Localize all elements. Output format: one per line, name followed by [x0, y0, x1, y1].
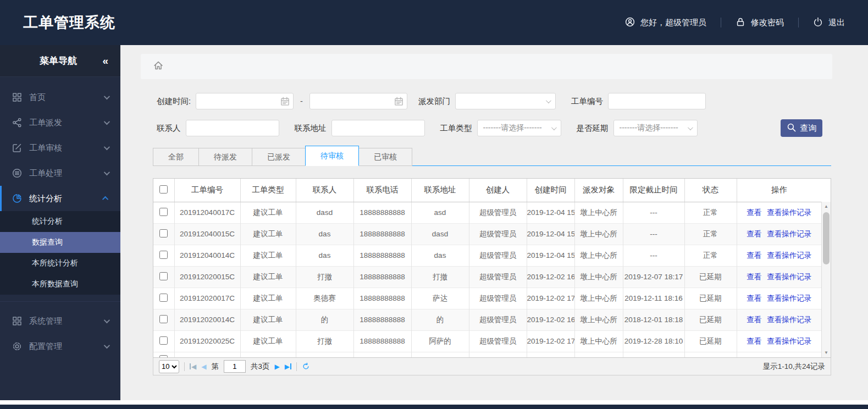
sidebar-item-system-mgmt[interactable]: 系统管理	[0, 308, 120, 334]
address-input[interactable]	[331, 120, 425, 136]
sidebar-subitem-data-query[interactable]: 数据查询	[0, 232, 120, 253]
scroll-up-arrow[interactable]: ▲	[822, 202, 831, 211]
select-all-checkbox[interactable]	[159, 185, 168, 194]
view-log-link[interactable]: 查看操作记录	[767, 294, 811, 302]
home-icon[interactable]	[153, 60, 163, 73]
cell-phone: 18888888888	[353, 288, 411, 309]
view-log-link[interactable]: 查看操作记录	[767, 337, 811, 345]
tab-dispatched[interactable]: 已派发	[252, 148, 306, 166]
row-checkbox-cell	[153, 288, 174, 309]
cell-type: 建议工单	[240, 202, 296, 223]
view-link[interactable]: 查看	[747, 208, 761, 217]
search-button[interactable]: 查询	[781, 119, 822, 137]
contact-label: 联系人	[157, 123, 181, 134]
sidebar-item-order-review[interactable]: 工单审核	[0, 135, 120, 161]
cell-creator: 超级管理员	[469, 223, 527, 245]
row-checkbox[interactable]	[159, 208, 168, 216]
status-badge: 已延期	[684, 288, 737, 309]
cell-deadline: 2019-12-07 18:17	[623, 266, 684, 288]
tab-all[interactable]: 全部	[153, 148, 199, 166]
status-badge: 正常	[684, 202, 737, 223]
is-delayed-select[interactable]: -------请选择-------	[613, 120, 698, 136]
sidebar-item-home[interactable]: 首页	[0, 85, 120, 110]
calendar-icon[interactable]	[280, 97, 290, 106]
view-link[interactable]: 查看	[747, 316, 761, 324]
header-checkbox-cell	[153, 179, 174, 202]
table-scrollbar[interactable]: ▲ ▼	[821, 202, 831, 357]
cell-contact: dasd	[296, 202, 353, 223]
status-badge: 已延期	[684, 309, 737, 330]
sidebar-item-order-process[interactable]: 工单处理	[0, 161, 120, 186]
logout-label: 退出	[828, 18, 845, 28]
refresh-icon[interactable]	[302, 362, 310, 371]
row-checkbox[interactable]	[159, 294, 168, 302]
row-checkbox[interactable]	[159, 251, 168, 259]
tab-pending-dispatch[interactable]: 待派发	[198, 148, 252, 166]
cell-id: 201912020015C	[174, 266, 240, 288]
sidebar-item-order-dispatch[interactable]: 工单派发	[0, 110, 120, 135]
row-checkbox[interactable]	[159, 315, 168, 323]
row-checkbox[interactable]	[159, 272, 168, 280]
sidebar-collapse-button[interactable]: «	[102, 55, 107, 67]
calendar-icon[interactable]	[394, 97, 403, 106]
view-link[interactable]: 查看	[747, 294, 761, 302]
sidebar-item-label: 工单处理	[29, 168, 62, 179]
order-no-input[interactable]	[608, 93, 706, 109]
contact-input[interactable]	[186, 120, 279, 136]
page-number-input[interactable]	[224, 360, 246, 373]
scroll-down-arrow[interactable]: ▼	[822, 348, 831, 357]
cell-phone: 18888888888	[353, 202, 411, 223]
cell-creator: 超级管理员	[469, 266, 527, 288]
cell-address: asd	[411, 202, 469, 223]
cell-phone: 18888888888	[353, 245, 411, 266]
app-title: 工单管理系统	[23, 13, 115, 32]
power-icon	[813, 17, 823, 29]
cell-address: 打撤	[411, 266, 469, 288]
sidebar-submenu: 统计分析数据查询本所统计分析本所数据查询	[0, 211, 120, 295]
row-checkbox[interactable]	[159, 355, 168, 358]
create-time-end-input[interactable]	[309, 93, 407, 109]
cell-phone: 18888888888	[353, 330, 411, 352]
change-password-link[interactable]: 修改密码	[736, 17, 784, 29]
order-type-select[interactable]: -------请选择-------	[477, 120, 561, 136]
scrollbar-thumb[interactable]	[823, 212, 830, 264]
cell-contact: 的	[296, 309, 353, 330]
next-page-button[interactable]: ▶	[274, 363, 279, 371]
sidebar-item-stats-analysis[interactable]: 统计分析	[0, 186, 120, 211]
sidebar-subitem-branch-stats[interactable]: 本所统计分析	[0, 253, 120, 274]
col-header-actions: 操作	[737, 179, 821, 202]
cell-target: 墩上中心所	[574, 330, 623, 352]
view-log-link[interactable]: 查看操作记录	[767, 273, 811, 281]
app-header: 工单管理系统 您好，超级管理员 修改密码 退出	[0, 0, 868, 45]
view-link[interactable]: 查看	[747, 337, 761, 345]
first-page-button[interactable]: ◀	[190, 363, 196, 371]
table-row: 201912020025C建议工单打撤18888888888阿萨的超级管理员20…	[153, 330, 821, 352]
view-log-link[interactable]: 查看操作记录	[767, 208, 811, 217]
view-log-link[interactable]: 查看操作记录	[767, 230, 811, 238]
chevron-down-icon	[104, 93, 110, 100]
sidebar-subitem-stats-analysis-sub[interactable]: 统计分析	[0, 211, 120, 232]
create-time-start-input[interactable]	[196, 93, 294, 109]
row-checkbox[interactable]	[159, 229, 168, 237]
table-row: 201912040014C建议工单das18888888888das超级管理员2…	[153, 245, 821, 266]
cell-creator: 超级管理员	[469, 309, 527, 330]
cell-actions: 查看查看操作记录	[737, 309, 821, 330]
view-link[interactable]: 查看	[747, 251, 761, 259]
tab-reviewed[interactable]: 已审核	[358, 148, 412, 166]
logout-link[interactable]: 退出	[813, 17, 845, 29]
cell-target: 墩上中心所	[574, 309, 623, 330]
view-log-link[interactable]: 查看操作记录	[767, 251, 811, 259]
row-checkbox[interactable]	[159, 336, 168, 345]
view-link[interactable]: 查看	[747, 273, 761, 281]
sidebar-item-config-mgmt[interactable]: 配置管理	[0, 334, 120, 359]
prev-page-button[interactable]: ◀	[201, 363, 206, 371]
view-link[interactable]: 查看	[747, 230, 761, 238]
page-size-select[interactable]: 10	[159, 360, 179, 373]
table-row: 201912020017C建议工单奥德赛18888888888萨达超级管理员20…	[153, 288, 821, 309]
total-pages-label: 共3页	[251, 362, 270, 372]
last-page-button[interactable]: ▶	[285, 363, 291, 371]
dispatch-dept-select[interactable]	[455, 93, 556, 109]
view-log-link[interactable]: 查看操作记录	[767, 316, 811, 324]
sidebar-subitem-branch-data-query[interactable]: 本所数据查询	[0, 274, 120, 295]
tab-pending-review[interactable]: 待审核	[305, 146, 359, 166]
